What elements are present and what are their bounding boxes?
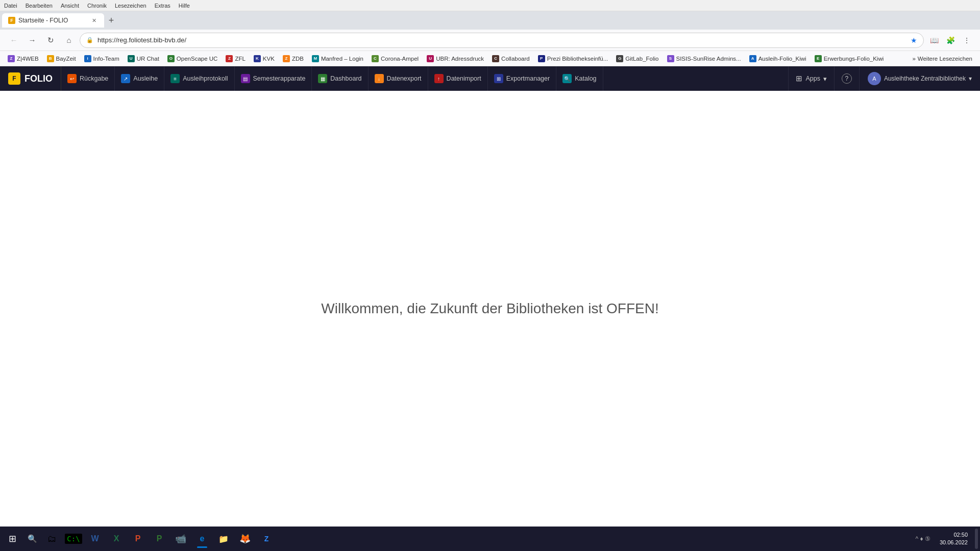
bookmark-sisis[interactable]: S SISIS-SunRise Admins... — [664, 54, 745, 64]
bookmark-manfred[interactable]: M Manfred – Login — [308, 54, 367, 64]
folio-logo[interactable]: F FOLIO — [0, 66, 61, 91]
folio-nav-ausleihprotokoll[interactable]: ≡ Ausleihprotokoll — [164, 66, 234, 91]
bookmark-label: ZFL — [235, 56, 245, 62]
folio-nav-dashboard[interactable]: ▦ Dashboard — [312, 66, 368, 91]
taskbar-firefox[interactable]: 🦊 — [235, 529, 255, 549]
folio-nav-datenimport[interactable]: ↑ Datenimport — [428, 66, 488, 91]
bookmark-bayzit[interactable]: B BayZeit — [43, 54, 80, 64]
address-bar[interactable]: 🔒 https://reg.foliotest.bib-bvb.de/ ★ — [80, 33, 924, 48]
new-tab-button[interactable]: + — [104, 13, 118, 28]
bookmark-infoteam[interactable]: i Info-Team — [81, 54, 123, 64]
folio-user-button[interactable]: A Ausleihtheke Zentralbibliothek ▾ — [859, 66, 980, 91]
folio-nav-ausleihe[interactable]: ↗ Ausleihe — [115, 66, 164, 91]
menu-chronik[interactable]: Chronik — [87, 3, 107, 9]
taskbar-clock[interactable]: 02:50 30.06.2022 — [936, 531, 972, 547]
home-button[interactable]: ⌂ — [61, 33, 77, 48]
more-options-button[interactable]: ⋮ — [960, 33, 974, 47]
taskbar-word[interactable]: W — [85, 529, 105, 549]
bookmark-erwerbungs-kiwi[interactable]: E Erwerbungs-Folio_Kiwi — [811, 54, 888, 64]
bookmark-favicon: Z — [226, 55, 233, 62]
bookmark-favicon: C — [492, 55, 499, 62]
more-bookmarks-button[interactable]: » Weitere Lesezeichen — [909, 54, 976, 63]
bookmark-openscape[interactable]: O OpenScape UC — [164, 54, 222, 64]
bookmark-favicon: C — [372, 55, 379, 62]
apps-label: Apps — [805, 75, 820, 82]
taskbar-zoom[interactable]: Z — [256, 529, 277, 549]
bookmark-gitlab[interactable]: G GitLab_Folio — [612, 54, 662, 64]
bookmark-star-icon[interactable]: ★ — [911, 36, 917, 44]
menu-ansicht[interactable]: Ansicht — [61, 3, 79, 9]
bookmark-corona[interactable]: C Corona-Ampel — [368, 54, 422, 64]
datenimport-label: Datenimport — [447, 75, 481, 82]
bookmark-favicon: P — [538, 55, 545, 62]
excel-icon: X — [114, 534, 119, 543]
taskbar-search-button[interactable]: 🔍 — [23, 530, 41, 547]
bookmark-label: UBR: Adressdruck — [436, 56, 484, 62]
bookmark-label: Corona-Ampel — [381, 56, 419, 62]
dashboard-label: Dashboard — [330, 75, 361, 82]
active-tab[interactable]: F Startseite - FOLIO ✕ — [2, 13, 104, 28]
apps-grid-icon: ⊞ — [796, 74, 802, 83]
forward-button[interactable]: → — [24, 33, 40, 48]
folio-nav-ruckgabe[interactable]: ↩ Rückgabe — [61, 66, 115, 91]
word-icon: W — [91, 534, 99, 543]
menu-lesezeichen[interactable]: Lesezeichen — [115, 3, 146, 9]
taskbar-start-button[interactable]: ⊞ — [2, 529, 22, 549]
semesterapparate-icon: ▤ — [241, 74, 250, 83]
bookmark-zdb[interactable]: Z ZDB — [279, 54, 307, 64]
ruckgabe-icon: ↩ — [67, 74, 77, 83]
taskbar-terminal[interactable]: C:\ — [63, 529, 84, 549]
taskbar-teams[interactable]: 📹 — [170, 529, 191, 549]
folio-logo-text: FOLIO — [24, 73, 53, 84]
taskbar-powerpoint[interactable]: P — [128, 529, 148, 549]
ausleihe-label: Ausleihe — [133, 75, 158, 82]
taskbar-edge[interactable]: e — [192, 529, 212, 549]
user-dropdown-icon: ▾ — [969, 75, 972, 82]
user-label: Ausleihtheke Zentralbibliothek — [884, 75, 966, 82]
bookmark-zfl[interactable]: Z ZFL — [222, 54, 249, 64]
bookmark-ubr[interactable]: U UBR: Adressdruck — [423, 54, 487, 64]
taskbar-excel[interactable]: X — [106, 529, 127, 549]
taskbar-show-desktop[interactable] — [975, 529, 978, 549]
bookmark-kvk[interactable]: K KVK — [250, 54, 278, 64]
exportmanager-label: Exportmanager — [506, 75, 550, 82]
tab-close-button[interactable]: ✕ — [90, 16, 98, 24]
back-button[interactable]: ← — [6, 33, 21, 48]
folio-nav-exportmanager[interactable]: ⊞ Exportmanager — [488, 66, 556, 91]
bookmark-favicon: Z — [8, 55, 15, 62]
menu-datei[interactable]: Datei — [4, 3, 17, 9]
folio-nav-datenexport[interactable]: ↓ Datenexport — [369, 66, 428, 91]
refresh-button[interactable]: ↻ — [43, 33, 58, 48]
taskbar-outlook[interactable]: 📁 — [213, 529, 234, 549]
bookmark-favicon: K — [254, 55, 261, 62]
folio-nav-katalog[interactable]: 🔍 Katalog — [556, 66, 603, 91]
bookmark-prezi[interactable]: P Prezi Bibliothekseinfü... — [534, 54, 612, 64]
bookmark-ausleih-kiwi[interactable]: A Ausleih-Folio_Kiwi — [746, 54, 810, 64]
katalog-label: Katalog — [575, 75, 596, 82]
menu-bearbeiten[interactable]: Bearbeiten — [26, 3, 53, 9]
bookmark-label: Erwerbungs-Folio_Kiwi — [824, 56, 884, 62]
project-icon: P — [157, 534, 162, 543]
taskbar-project[interactable]: P — [149, 529, 169, 549]
folio-apps-button[interactable]: ⊞ Apps ▾ — [788, 66, 834, 91]
bookmark-label: Collaboard — [501, 56, 530, 62]
extension-button[interactable]: 🧩 — [943, 33, 958, 47]
folio-help-button[interactable]: ? — [834, 66, 859, 91]
reading-list-button[interactable]: 📖 — [927, 33, 941, 47]
menu-extras[interactable]: Extras — [155, 3, 170, 9]
ausleihprotokoll-label: Ausleihprotokoll — [183, 75, 228, 82]
bookmark-label: Manfred – Login — [321, 56, 363, 62]
exportmanager-icon: ⊞ — [494, 74, 503, 83]
bookmark-favicon: i — [84, 55, 91, 62]
tab-bar: F Startseite - FOLIO ✕ + — [0, 11, 980, 30]
more-bookmarks-label: Weitere Lesezeichen — [918, 56, 972, 62]
katalog-icon: 🔍 — [562, 74, 572, 83]
bookmark-z4web[interactable]: Z Z|4WEB — [4, 54, 42, 64]
taskbar-file-explorer[interactable]: 🗂 — [42, 529, 62, 549]
bookmark-collaboard[interactable]: C Collaboard — [488, 54, 533, 64]
bookmark-urchat[interactable]: U UR Chat — [124, 54, 163, 64]
bookmark-label: KVK — [263, 56, 275, 62]
bookmark-label: ZDB — [292, 56, 304, 62]
folio-nav-semesterapparate[interactable]: ▤ Semesterapparate — [235, 66, 312, 91]
menu-hilfe[interactable]: Hilfe — [179, 3, 190, 9]
